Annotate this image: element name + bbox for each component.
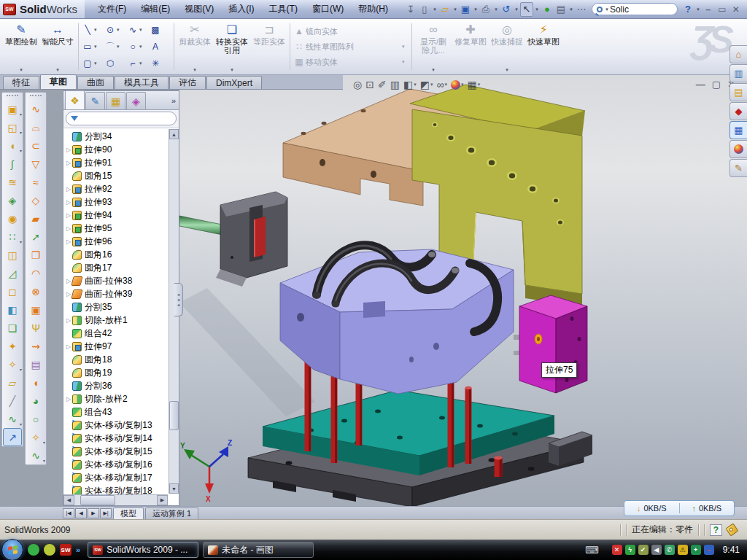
split-feature-icon[interactable]: ◧: [3, 300, 22, 319]
tab-运动算例 1[interactable]: 运动算例 1: [145, 508, 198, 519]
fillet-surface-icon[interactable]: ◕: [26, 392, 45, 410]
menu-插入(I)[interactable]: 插入(I): [221, 0, 261, 18]
new-document-icon[interactable]: ▯: [418, 2, 431, 17]
view-orientation-button[interactable]: ◧▾: [402, 77, 418, 92]
scroll-thumb[interactable]: [169, 401, 179, 430]
tree-item[interactable]: ▷曲面-拉伸38: [65, 274, 179, 287]
expand-arrow-icon[interactable]: ▷: [65, 186, 72, 192]
extend-surface-icon[interactable]: ⇝: [26, 337, 45, 355]
scroll-left-icon[interactable]: ◀: [63, 495, 74, 505]
select-arrow-caret-icon[interactable]: ▾: [534, 7, 540, 12]
line-button[interactable]: ╲▾: [81, 22, 104, 39]
move-copy-body-icon[interactable]: ✦: [3, 337, 22, 355]
tree-item[interactable]: ▷曲面-拉伸39: [65, 287, 179, 300]
undo-icon[interactable]: ↺: [500, 2, 513, 17]
last-study-button[interactable]: ▶|: [100, 508, 112, 518]
zoom-fit-button[interactable]: ◎: [352, 77, 363, 92]
tree-item[interactable]: 圆角15: [65, 169, 179, 182]
tree-item[interactable]: 实体-移动/复制14: [65, 432, 179, 445]
tree-item[interactable]: 组合42: [65, 327, 179, 340]
previous-study-button[interactable]: ◀: [75, 508, 87, 518]
panel-overflow-icon[interactable]: »: [171, 96, 176, 105]
menu-工具(T)[interactable]: 工具(T): [262, 0, 305, 18]
expand-chevron-icon[interactable]: »: [76, 545, 80, 554]
tree-item[interactable]: ▷切除-放样1: [65, 314, 179, 327]
panel-splitter-handle[interactable]: ◂◂◂: [174, 283, 183, 316]
edit-appearance-button[interactable]: ▾: [449, 77, 465, 92]
ruled-surface-icon[interactable]: ➚: [26, 228, 45, 246]
scroll-right-icon[interactable]: ▶: [157, 495, 168, 505]
3d-model-canvas[interactable]: X Y Z: [179, 75, 747, 507]
rebuild-icon[interactable]: ●: [541, 2, 554, 17]
tree-item[interactable]: ▷拉伸95: [65, 222, 179, 235]
dome-icon[interactable]: ○: [26, 410, 45, 428]
menu-文件(F)[interactable]: 文件(F): [90, 0, 133, 18]
expand-arrow-icon[interactable]: ▷: [65, 212, 72, 219]
dimxpertmanager-tab[interactable]: ◈: [126, 92, 146, 109]
tree-item[interactable]: 实体-移动/复制15: [65, 445, 179, 458]
freeform-icon[interactable]: ◠: [26, 264, 45, 282]
tree-item[interactable]: ▷拉伸92: [65, 182, 179, 195]
smart-dimension-button[interactable]: ↔智能尺寸▾: [39, 20, 76, 73]
tree-item[interactable]: 分割34: [65, 130, 179, 143]
menu-帮助(H)[interactable]: 帮助(H): [351, 0, 395, 18]
tree-item[interactable]: 实体-移动/复制13: [65, 419, 179, 432]
options-list-caret-icon[interactable]: ▾: [568, 7, 574, 12]
expand-arrow-icon[interactable]: ▷: [65, 199, 72, 206]
volume-icon[interactable]: ◀: [651, 545, 662, 555]
expand-arrow-icon[interactable]: ▷: [65, 343, 72, 350]
comm-tool-icon[interactable]: ✆: [665, 545, 675, 555]
extruded-cut-icon[interactable]: ◱▾: [3, 118, 22, 136]
scroll-thumb-h[interactable]: [80, 495, 115, 505]
search-input[interactable]: [610, 4, 661, 15]
untrim-surface-icon[interactable]: Ψ: [26, 319, 45, 337]
polygon-button[interactable]: ⬡: [104, 55, 126, 72]
tree-item[interactable]: 圆角18: [65, 353, 179, 366]
extruded-boss-icon[interactable]: ▣▾: [3, 100, 22, 118]
tree-item[interactable]: 实体-移动/复制16: [65, 458, 179, 471]
new-document-caret-icon[interactable]: ▾: [432, 7, 438, 12]
part-magenta-block[interactable]: [519, 295, 587, 393]
reference-geometry-icon[interactable]: ✧▾: [3, 355, 22, 373]
revolved-surface-icon[interactable]: ⌓: [26, 118, 45, 136]
lofted-boss-icon[interactable]: ≋: [3, 173, 22, 191]
security-suite-icon[interactable]: [44, 544, 55, 556]
ellipse-button[interactable]: ○▾: [126, 39, 149, 55]
point-button[interactable]: ✳: [149, 55, 171, 72]
help-caret-icon[interactable]: ▾: [695, 7, 701, 12]
extruded-surface-icon[interactable]: ∿: [26, 100, 45, 118]
search-caret-icon[interactable]: ▾: [604, 7, 610, 12]
expand-arrow-icon[interactable]: ▷: [65, 225, 72, 232]
tree-item[interactable]: 圆角17: [65, 261, 179, 274]
sketch-button[interactable]: ✎草图绘制▾: [3, 20, 39, 73]
taskbar-window-paint[interactable]: 未命名 - 画图: [203, 542, 314, 558]
scroll-down-icon[interactable]: ▼: [169, 483, 179, 494]
sketch-fillet-button[interactable]: ⌐▾: [126, 55, 149, 72]
print-document-caret-icon[interactable]: ▾: [493, 7, 499, 12]
custom-properties-tab[interactable]: ✎: [729, 159, 747, 177]
thicken-icon[interactable]: ◖: [26, 373, 45, 392]
fillet-feature-icon[interactable]: ◖▾: [3, 136, 22, 155]
select-arrow-icon[interactable]: ↖: [520, 2, 533, 17]
propertymanager-tab[interactable]: ✎: [85, 92, 105, 109]
swept-boss-icon[interactable]: ∫: [3, 155, 22, 173]
tab-草图[interactable]: 草图: [40, 74, 77, 89]
menu-视图(V)[interactable]: 视图(V): [177, 0, 221, 18]
pin-toolbar-icon[interactable]: ↧: [404, 2, 417, 17]
boundary-surface-icon[interactable]: ≈: [26, 173, 45, 191]
reference-geometry-2-icon[interactable]: ✧▾: [26, 428, 45, 446]
print-document-icon[interactable]: ⎙: [479, 2, 492, 17]
combine-feature-icon[interactable]: ❏: [3, 319, 22, 337]
messenger-icon[interactable]: [28, 544, 39, 556]
sketch-text-button[interactable]: A: [149, 39, 171, 55]
part-guide-rail[interactable]: [549, 432, 592, 466]
toolbar-grip[interactable]: [30, 95, 42, 98]
solidworks-search-tab[interactable]: ◆: [729, 102, 747, 120]
next-study-button[interactable]: ▶: [88, 508, 99, 518]
tree-item[interactable]: ▷拉伸90: [65, 143, 179, 156]
view-palette-tab[interactable]: ▦: [729, 121, 747, 139]
rib-icon[interactable]: ◫: [3, 246, 22, 264]
defender-shield-icon[interactable]: +: [691, 545, 701, 555]
configurationmanager-tab[interactable]: ▦: [106, 92, 125, 109]
axis-icon[interactable]: ╱: [3, 392, 22, 410]
